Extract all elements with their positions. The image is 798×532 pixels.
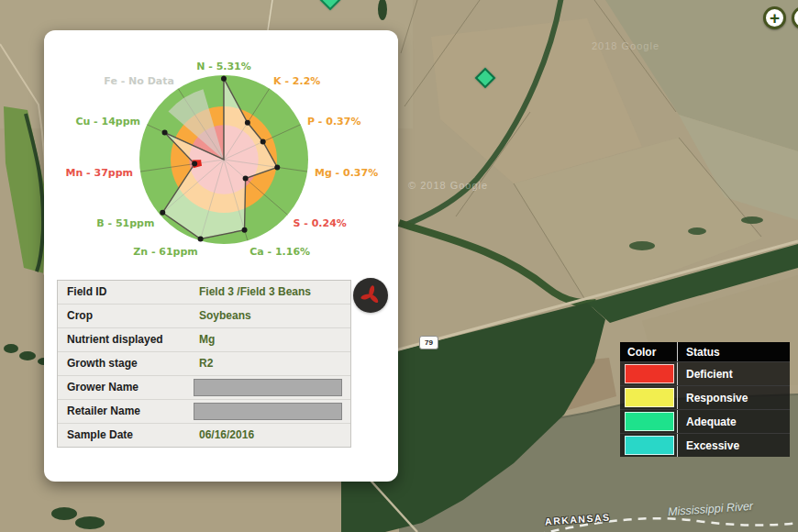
redacted-value-box <box>194 379 342 396</box>
detail-label: Growth stage <box>67 352 138 375</box>
detail-value: Field 3 /Field 3 Beans <box>199 281 311 304</box>
radar-axis-label: Mn - 37ppm <box>65 167 133 179</box>
adobe-pdf-icon <box>359 283 382 307</box>
legend-header-status: Status <box>677 342 790 361</box>
legend-status-label: Deficient <box>677 362 790 385</box>
app-window: © 2018 Google 2018 Google 79 ARKANSAS Mi… <box>0 0 798 532</box>
radar-vertex-dot <box>192 161 197 167</box>
detail-row: Sample Date06/16/2016 <box>58 424 350 447</box>
field-details-table: Field IDField 3 /Field 3 BeansCropSoybea… <box>57 280 351 448</box>
detail-value: Mg <box>199 328 215 351</box>
radar-vertex-dot <box>221 76 227 82</box>
legend-row: Deficient <box>620 361 790 385</box>
legend-row: Excessive <box>620 433 790 457</box>
field-detail-card: N - 5.31%K - 2.2%P - 0.37%Mg - 0.37%S - … <box>44 30 398 482</box>
radar-vertex-dot <box>160 210 165 216</box>
radar-vertex-dot <box>242 227 248 233</box>
legend-status-label: Responsive <box>677 386 790 409</box>
legend-row: Responsive <box>620 385 790 409</box>
radar-vertex-dot <box>243 175 249 181</box>
detail-value: 06/16/2016 <box>199 424 254 447</box>
status-legend: Color Status DeficientResponsiveAdequate… <box>620 342 790 457</box>
radar-vertex-dot <box>260 139 266 145</box>
legend-header-color: Color <box>620 346 677 359</box>
nutrient-radar-chart: N - 5.31%K - 2.2%P - 0.37%Mg - 0.37%S - … <box>44 30 398 305</box>
detail-value: Soybeans <box>199 305 251 327</box>
radar-axis-label: K - 2.2% <box>273 75 320 87</box>
detail-label: Grower Name <box>67 376 139 399</box>
detail-label: Nutrient displayed <box>67 328 163 351</box>
radar-axis-label: B - 51ppm <box>96 217 154 229</box>
radar-axis-label: Zn - 61ppm <box>133 246 198 258</box>
radar-vertex-dot <box>245 120 250 126</box>
legend-color-swatch <box>625 412 674 431</box>
detail-label: Crop <box>67 305 93 327</box>
radar-axis-label: Fe - No Data <box>104 75 174 87</box>
route-79-shield: 79 <box>419 336 438 349</box>
radar-axis-label: Ca - 1.16% <box>249 246 310 258</box>
detail-row: Growth stageR2 <box>58 352 350 376</box>
radar-axis-label: S - 0.24% <box>294 217 347 229</box>
radar-axis-label: N - 5.31% <box>196 61 251 72</box>
detail-row: CropSoybeans <box>58 305 350 328</box>
detail-row: Grower Name <box>58 376 350 400</box>
radar-axis-label: Mg - 0.37% <box>315 167 378 179</box>
legend-row: Adequate <box>620 409 790 433</box>
legend-status-label: Adequate <box>677 410 790 433</box>
zoom-in-button[interactable]: + <box>763 6 786 29</box>
pdf-export-button[interactable] <box>353 278 388 313</box>
legend-color-swatch <box>625 436 674 455</box>
radar-vertex-dot <box>162 130 168 136</box>
radar-vertex-dot <box>198 237 204 242</box>
redacted-value-box <box>194 403 342 420</box>
legend-color-swatch <box>625 388 674 407</box>
radar-vertex-dot <box>274 164 280 170</box>
legend-color-swatch <box>625 364 674 383</box>
detail-row: Field IDField 3 /Field 3 Beans <box>58 281 350 305</box>
detail-label: Retailer Name <box>67 400 140 423</box>
legend-status-label: Excessive <box>677 434 790 457</box>
detail-row: Nutrient displayedMg <box>58 328 350 352</box>
radar-axis-label: Cu - 14ppm <box>75 116 140 127</box>
detail-row: Retailer Name <box>58 400 350 424</box>
detail-value: R2 <box>199 352 213 375</box>
radar-axis-label: P - 0.37% <box>307 116 360 127</box>
detail-label: Sample Date <box>67 424 133 447</box>
detail-label: Field ID <box>67 281 106 304</box>
